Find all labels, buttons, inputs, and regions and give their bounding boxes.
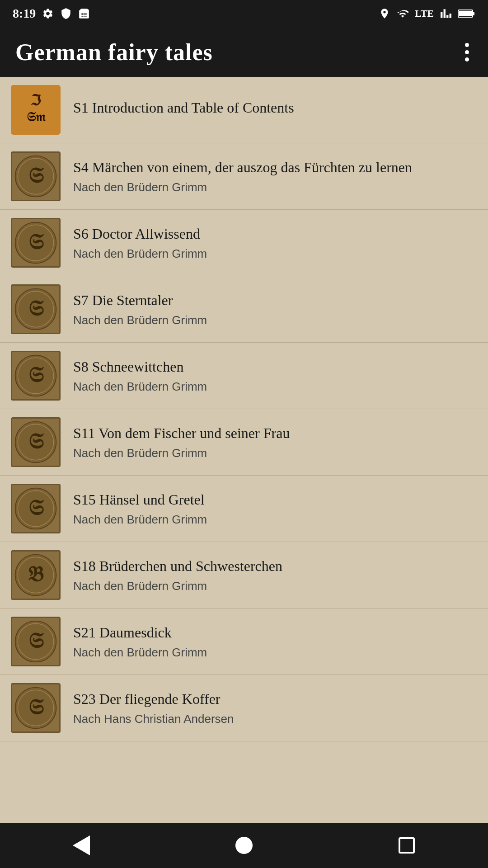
shield-icon bbox=[60, 8, 72, 19]
item-subtitle: Nach Hans Christian Andersen bbox=[73, 712, 477, 726]
item-thumbnail-s6: 𝔖 bbox=[11, 218, 61, 268]
item-content-s4: S4 Märchen von einem, der auszog das Für… bbox=[73, 158, 477, 195]
item-subtitle: Nach den Brüdern Grimm bbox=[73, 180, 477, 194]
list-item-s8[interactable]: 𝔖 S8 Schneewittchen Nach den Brüdern Gri… bbox=[0, 343, 488, 409]
back-button[interactable] bbox=[63, 827, 99, 863]
wifi-icon bbox=[397, 8, 408, 19]
bottom-navigation bbox=[0, 823, 488, 868]
svg-text:ℑ: ℑ bbox=[31, 92, 41, 108]
item-content-s8: S8 Schneewittchen Nach den Brüdern Grimm bbox=[73, 358, 477, 394]
item-title-intro: S1 Introduction and Table of Contents bbox=[73, 99, 477, 118]
item-subtitle: Nach den Brüdern Grimm bbox=[73, 380, 477, 394]
status-time: 8:19 bbox=[13, 6, 36, 21]
app-bar: German fairy tales bbox=[0, 27, 488, 77]
svg-text:𝔖: 𝔖 bbox=[28, 363, 44, 387]
battery-icon bbox=[458, 8, 475, 19]
home-button[interactable] bbox=[226, 827, 262, 863]
item-thumbnail-s4: 𝔖 bbox=[11, 151, 61, 201]
item-content-s11: S11 Von dem Fischer und seiner Frau Nach… bbox=[73, 424, 477, 461]
more-dot bbox=[465, 43, 469, 47]
item-thumbnail-s21: 𝔖 bbox=[11, 617, 61, 666]
item-content-s23: S23 Der fliegende Koffer Nach Hans Chris… bbox=[73, 690, 477, 726]
item-subtitle: Nach den Brüdern Grimm bbox=[73, 446, 477, 460]
stories-list: ℑ 𝔖𝔪 S1 Introduction and Table of Conten… bbox=[0, 77, 488, 823]
svg-text:𝔖: 𝔖 bbox=[28, 164, 44, 187]
more-dot bbox=[465, 50, 469, 54]
item-subtitle: Nach den Brüdern Grimm bbox=[73, 313, 477, 327]
recent-apps-button[interactable] bbox=[389, 827, 425, 863]
item-title-s8: S8 Schneewittchen bbox=[73, 358, 477, 377]
list-item-s18[interactable]: 𝔅 S18 Brüderchen und Schwesterchen Nach … bbox=[0, 542, 488, 609]
status-left: 8:19 bbox=[13, 6, 90, 21]
item-thumbnail-s23: 𝔖 bbox=[11, 683, 61, 733]
svg-text:𝔖: 𝔖 bbox=[28, 297, 44, 320]
signal-icon bbox=[440, 8, 452, 19]
item-content-s7: S7 Die Sterntaler Nach den Brüdern Grimm bbox=[73, 291, 477, 328]
back-icon bbox=[73, 835, 90, 855]
more-options-button[interactable] bbox=[461, 39, 473, 65]
recent-icon bbox=[399, 837, 415, 854]
svg-text:𝔖: 𝔖 bbox=[28, 230, 44, 254]
item-thumbnail-s15: 𝔖 bbox=[11, 484, 61, 533]
item-content-s18: S18 Brüderchen und Schwesterchen Nach de… bbox=[73, 557, 477, 594]
list-item-s7[interactable]: 𝔖 S7 Die Sterntaler Nach den Brüdern Gri… bbox=[0, 276, 488, 343]
list-item-s23[interactable]: 𝔖 S23 Der fliegende Koffer Nach Hans Chr… bbox=[0, 675, 488, 741]
item-subtitle: Nach den Brüdern Grimm bbox=[73, 646, 477, 660]
list-item-s6[interactable]: 𝔖 S6 Doctor Allwissend Nach den Brüdern … bbox=[0, 210, 488, 276]
item-thumbnail-s11: 𝔖 bbox=[11, 417, 61, 467]
item-title-s23: S23 Der fliegende Koffer bbox=[73, 690, 477, 709]
svg-text:𝔖: 𝔖 bbox=[28, 695, 44, 719]
list-item-s21[interactable]: 𝔖 S21 Daumesdick Nach den Brüdern Grimm bbox=[0, 609, 488, 675]
item-title-s11: S11 Von dem Fischer und seiner Frau bbox=[73, 424, 477, 443]
status-right: LTE bbox=[379, 8, 475, 19]
home-icon bbox=[235, 837, 253, 854]
item-thumbnail-s7: 𝔖 bbox=[11, 284, 61, 334]
svg-text:𝔖: 𝔖 bbox=[28, 496, 44, 519]
item-content-intro: S1 Introduction and Table of Contents bbox=[73, 99, 477, 121]
list-item-s11[interactable]: 𝔖 S11 Von dem Fischer und seiner Frau Na… bbox=[0, 409, 488, 476]
item-title-s6: S6 Doctor Allwissend bbox=[73, 225, 477, 244]
svg-rect-2 bbox=[459, 11, 472, 16]
sim-icon bbox=[78, 8, 90, 19]
list-item-s15[interactable]: 𝔖 S15 Hänsel und Gretel Nach den Brüdern… bbox=[0, 476, 488, 542]
item-content-s21: S21 Daumesdick Nach den Brüdern Grimm bbox=[73, 623, 477, 660]
item-title-s7: S7 Die Sterntaler bbox=[73, 291, 477, 310]
lte-label: LTE bbox=[415, 8, 434, 19]
item-title-s4: S4 Märchen von einem, der auszog das Für… bbox=[73, 158, 477, 177]
location-icon bbox=[379, 8, 390, 19]
item-content-s6: S6 Doctor Allwissend Nach den Brüdern Gr… bbox=[73, 225, 477, 261]
item-thumbnail-s18: 𝔅 bbox=[11, 550, 61, 600]
more-dot bbox=[465, 57, 469, 61]
item-subtitle: Nach den Brüdern Grimm bbox=[73, 513, 477, 527]
item-thumbnail-s8: 𝔖 bbox=[11, 351, 61, 401]
item-title-s15: S15 Hänsel und Gretel bbox=[73, 491, 477, 509]
svg-text:𝔖𝔪: 𝔖𝔪 bbox=[26, 110, 46, 124]
svg-text:𝔖: 𝔖 bbox=[28, 429, 44, 453]
status-bar: 8:19 LTE bbox=[0, 0, 488, 27]
item-subtitle: Nach den Brüdern Grimm bbox=[73, 247, 477, 261]
item-title-s18: S18 Brüderchen und Schwesterchen bbox=[73, 557, 477, 576]
item-thumbnail-intro: ℑ 𝔖𝔪 bbox=[11, 85, 61, 135]
list-item-intro[interactable]: ℑ 𝔖𝔪 S1 Introduction and Table of Conten… bbox=[0, 77, 488, 143]
list-item-s4[interactable]: 𝔖 S4 Märchen von einem, der auszog das F… bbox=[0, 143, 488, 210]
item-title-s21: S21 Daumesdick bbox=[73, 623, 477, 642]
svg-rect-1 bbox=[473, 12, 474, 15]
settings-icon bbox=[42, 8, 54, 19]
item-subtitle: Nach den Brüdern Grimm bbox=[73, 579, 477, 593]
app-title: German fairy tales bbox=[15, 39, 213, 66]
svg-text:𝔅: 𝔅 bbox=[28, 562, 44, 586]
item-content-s15: S15 Hänsel und Gretel Nach den Brüdern G… bbox=[73, 491, 477, 527]
svg-text:𝔖: 𝔖 bbox=[28, 629, 44, 652]
